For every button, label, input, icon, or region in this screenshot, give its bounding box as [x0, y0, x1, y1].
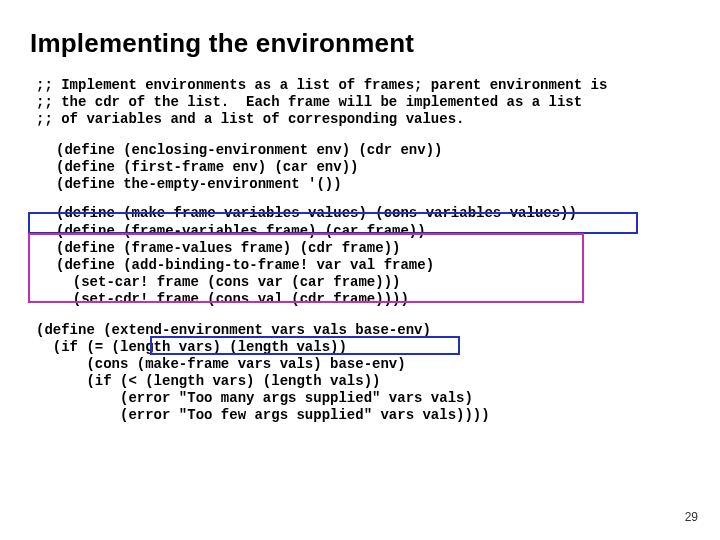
code-line: (define (first-frame env) (car env))	[56, 159, 358, 175]
code-line: (cons (make-frame vars vals) base-env)	[36, 356, 406, 372]
code-line: (define the-empty-environment '())	[56, 176, 342, 192]
slide: Implementing the environment ;; Implemen…	[0, 0, 720, 540]
comment-line: ;; the cdr of the list. Each frame will …	[36, 94, 582, 110]
code-line: (define (enclosing-environment env) (cdr…	[56, 142, 442, 158]
code-line: (if (< (length vars) (length vals))	[36, 373, 380, 389]
highlight-box-frame-ops	[28, 233, 584, 303]
slide-title: Implementing the environment	[30, 28, 690, 59]
code-block-defs: (define (enclosing-environment env) (cdr…	[56, 142, 690, 193]
comment-line: ;; Implement environments as a list of f…	[36, 77, 607, 93]
highlight-box-make-frame	[28, 212, 638, 234]
code-line: (error "Too many args supplied" vars val…	[36, 390, 473, 406]
comment-block: ;; Implement environments as a list of f…	[36, 77, 690, 128]
comment-line: ;; of variables and a list of correspond…	[36, 111, 464, 127]
page-number: 29	[685, 510, 698, 524]
highlight-box-make-frame-call	[150, 336, 460, 355]
code-line: (error "Too few args supplied" vars vals…	[36, 407, 490, 423]
